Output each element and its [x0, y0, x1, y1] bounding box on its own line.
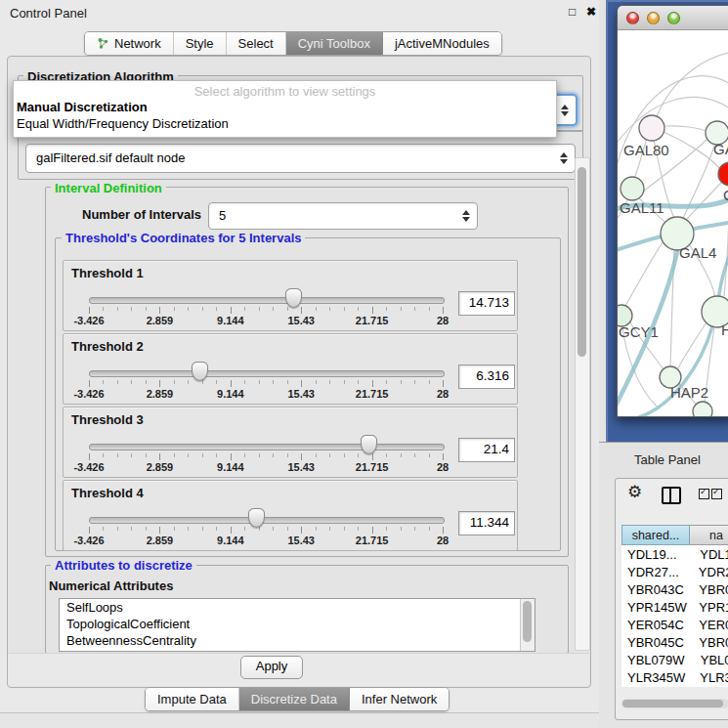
tick-mark	[103, 380, 104, 384]
option-manual-discretization[interactable]: Manual Discretization	[14, 99, 556, 115]
list-item[interactable]: SelfLoops	[60, 599, 535, 616]
list-scrollbar-thumb[interactable]	[523, 601, 532, 642]
network-node-label: GA	[713, 141, 728, 157]
network-node-label: HAP2	[670, 384, 708, 401]
network-node-c[interactable]	[718, 162, 728, 186]
threshold-label: Threshold 2	[71, 339, 144, 354]
tab-style[interactable]: Style	[174, 32, 227, 55]
slider-thumb[interactable]	[285, 288, 302, 308]
threshold-value-field[interactable]: 11.344	[458, 511, 515, 535]
panel-scrollbar[interactable]	[575, 157, 590, 651]
threshold-value-field[interactable]: 21.4	[458, 438, 515, 462]
slider-thumb[interactable]	[248, 508, 265, 528]
tick-mark	[146, 380, 147, 384]
tick-mark	[443, 453, 444, 460]
network-node-label: GAL80	[623, 142, 669, 158]
network-window-titlebar[interactable]	[618, 6, 728, 30]
tick-mark	[386, 307, 387, 311]
tick-mark	[117, 527, 118, 531]
table-row[interactable]: YIL052CYIL0	[621, 686, 728, 687]
numerical-attributes-list[interactable]: SelfLoopsTopologicalCoefficientBetweenne…	[59, 598, 535, 652]
network-node[interactable]	[693, 402, 712, 416]
slider-tick-labels: -3.4262.8599.14415.4321.71528	[89, 535, 443, 547]
table-row[interactable]: YLR345WYLR3	[621, 668, 728, 686]
tick-mark	[131, 453, 132, 457]
table-horizontal-scrollbar-thumb[interactable]	[622, 700, 723, 707]
table-row[interactable]: YBR043CYBR0	[621, 580, 728, 598]
apply-button[interactable]: Apply	[240, 656, 303, 679]
table-row[interactable]: YBL079WYBL0	[621, 651, 728, 668]
threshold-value-field[interactable]: 14.713	[458, 291, 515, 316]
tab-discretize-data[interactable]: Discretize Data	[239, 688, 350, 710]
threshold-label: Threshold 1	[71, 266, 144, 280]
algorithm-dropdown-hint: Select algorithm to view settings	[14, 84, 556, 99]
table-row[interactable]: YPR145WYPR1	[621, 598, 728, 616]
table-data-combobox[interactable]: galFiltered.sif default node	[25, 144, 576, 173]
tick-label: 15.43	[287, 315, 315, 326]
panel-scrollbar-thumb[interactable]	[578, 167, 586, 357]
columns-icon[interactable]	[662, 487, 681, 504]
table-row[interactable]: YDL19...YDL1	[621, 545, 728, 563]
tab-jactivemnodules[interactable]: jActiveMNodules	[383, 32, 501, 55]
thresholds-group-title: Threshold's Coordinates for 5 Intervals	[62, 231, 305, 245]
tick-mark	[344, 453, 345, 457]
interval-definition-group-title: Interval Definition	[51, 181, 166, 195]
slider-track[interactable]	[89, 297, 445, 304]
tab-infer-network[interactable]: Infer Network	[350, 688, 449, 710]
threshold-value-field[interactable]: 6.316	[458, 364, 515, 389]
network-node-gal80[interactable]	[639, 115, 664, 141]
float-window-icon[interactable]: □	[569, 5, 576, 19]
table-row[interactable]: YDR27...YDR2	[621, 563, 728, 580]
tick-mark	[401, 307, 402, 311]
table-row[interactable]: YBR045CYBR0	[621, 633, 728, 651]
minimize-traffic-light-icon[interactable]	[647, 12, 660, 24]
tab-select[interactable]: Select	[227, 32, 286, 55]
tick-mark	[174, 453, 175, 457]
close-icon[interactable]: ✖	[586, 5, 596, 19]
number-of-intervals-combobox[interactable]: 5	[208, 202, 478, 230]
tick-mark	[372, 453, 373, 460]
tick-mark	[329, 453, 330, 457]
tick-mark	[429, 380, 430, 384]
slider-track[interactable]	[89, 444, 445, 450]
tab-network[interactable]: Network	[85, 32, 174, 55]
tick-mark	[429, 527, 430, 531]
threshold-panel-3: Threshold 3-3.4262.8599.14415.4321.71528…	[63, 407, 518, 478]
tick-mark	[386, 380, 387, 384]
tab-impute-data[interactable]: Impute Data	[146, 688, 239, 710]
list-item[interactable]: BetweennessCentrality	[60, 632, 535, 649]
network-node-label: C	[723, 187, 728, 203]
tick-mark	[316, 380, 317, 384]
threshold-panel-2: Threshold 2-3.4262.8599.14415.4321.71528…	[63, 333, 518, 405]
control-panel-tab-bar: NetworkStyleSelectCyni ToolboxjActiveMNo…	[84, 31, 502, 56]
slider-track[interactable]	[89, 517, 445, 524]
tick-mark	[273, 453, 274, 457]
close-traffic-light-icon[interactable]	[626, 12, 639, 24]
slider-track[interactable]	[89, 370, 445, 377]
slider-thumb[interactable]	[192, 362, 208, 381]
cell-name: YPR1	[693, 600, 728, 615]
option-equal-width-frequency-discretization[interactable]: Equal Width/Frequency Discretization	[14, 115, 556, 132]
slider-thumb[interactable]	[361, 435, 377, 454]
tab-cyni-toolbox[interactable]: Cyni Toolbox	[286, 32, 383, 55]
zoom-traffic-light-icon[interactable]	[667, 12, 680, 24]
network-node-gal11[interactable]	[621, 177, 644, 200]
list-item[interactable]: TopologicalCoefficient	[60, 616, 535, 632]
column-header-shared[interactable]: shared...	[621, 525, 690, 545]
tick-mark	[216, 307, 217, 311]
gear-icon[interactable]: ⚙	[627, 483, 642, 502]
tick-mark	[89, 307, 90, 314]
tick-mark	[188, 527, 189, 531]
checkbox-icon[interactable]	[699, 489, 709, 499]
list-scrollbar[interactable]	[520, 599, 535, 651]
table-row[interactable]: YER054CYER0	[621, 616, 728, 633]
tick-mark	[117, 307, 118, 311]
table-horizontal-scrollbar[interactable]	[621, 699, 728, 708]
tick-mark	[287, 380, 288, 384]
checkbox-icon[interactable]	[711, 489, 722, 499]
network-canvas[interactable]: GAL80GACGAL11GAL4GCY1HHAP2	[618, 30, 728, 416]
column-header-na[interactable]: na	[690, 525, 728, 545]
tick-mark	[316, 307, 317, 311]
threshold-panel-4: Threshold 4-3.4262.8599.14415.4321.71528…	[63, 480, 518, 551]
network-edge	[664, 126, 706, 131]
